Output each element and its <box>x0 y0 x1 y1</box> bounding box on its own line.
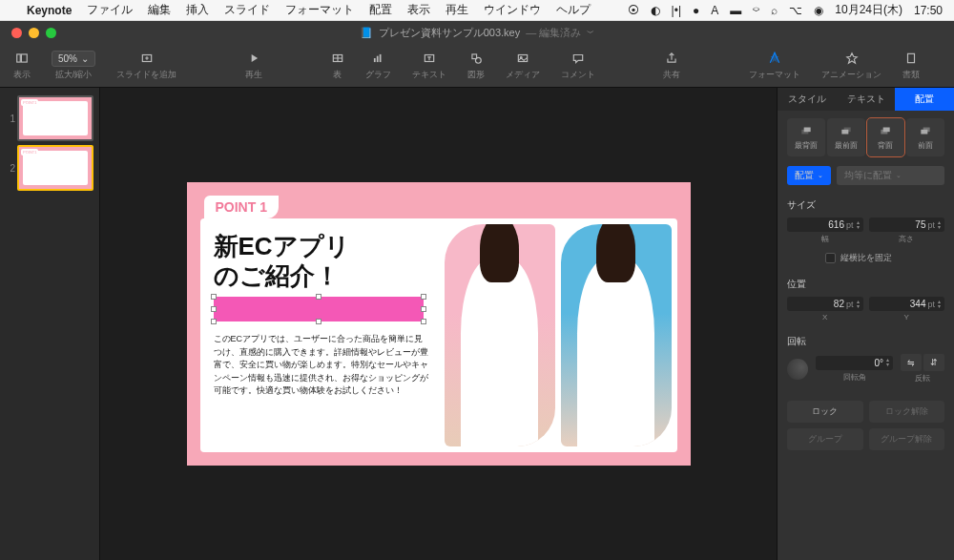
shape-icon <box>469 50 483 67</box>
menu-play[interactable]: 再生 <box>446 2 468 18</box>
slide-body-text[interactable]: このECアプリでは、ユーザーに合った商品を簡単に見つけ、直感的に購入できます。詳… <box>214 333 429 398</box>
slide[interactable]: POINT 1 新ECアプリのご紹介！ このECアプリでは、ユーザーに合った商品… <box>187 182 691 466</box>
inspector-tabs: スタイル テキスト 配置 <box>778 88 954 111</box>
menu-insert[interactable]: 挿入 <box>186 2 209 18</box>
media-button[interactable]: メディア <box>506 50 540 81</box>
plus-icon <box>140 50 154 67</box>
menu-window[interactable]: ウインドウ <box>484 2 541 18</box>
size-label: サイズ <box>787 198 944 212</box>
menu-format[interactable]: フォーマット <box>285 2 354 18</box>
menu-slide[interactable]: スライド <box>224 2 270 18</box>
app-name[interactable]: Keynote <box>27 4 72 17</box>
control-center-icon[interactable]: ⌥ <box>789 4 802 17</box>
send-to-back-button[interactable]: 最背面 <box>787 118 825 156</box>
flip-vertical-button[interactable]: ⇵ <box>923 354 944 371</box>
comment-button[interactable]: コメント <box>561 50 595 81</box>
tab-text[interactable]: テキスト <box>837 88 896 111</box>
menu-edit[interactable]: 編集 <box>148 2 171 18</box>
zoom-select[interactable]: 50%⌄ 拡大/縮小 <box>52 51 95 81</box>
animate-button[interactable]: アニメーション <box>821 50 881 81</box>
wifi-icon[interactable]: ⌔ <box>753 4 759 17</box>
status-icon[interactable]: A <box>711 4 718 17</box>
text-icon <box>423 50 436 67</box>
view-button[interactable]: 表示 <box>13 50 31 81</box>
play-button[interactable]: 再生 <box>245 50 262 81</box>
width-input[interactable]: 616pt▴▾ <box>787 218 863 232</box>
text-button[interactable]: テキスト <box>412 50 446 81</box>
bring-to-front-button[interactable]: 最前面 <box>827 118 865 156</box>
send-backward-button[interactable]: 背面 <box>867 118 905 156</box>
distribute-select[interactable]: 均等に配置⌄ <box>837 166 944 185</box>
slide-thumbnail[interactable]: 1 POINT1 <box>0 93 99 143</box>
svg-rect-12 <box>908 53 915 62</box>
format-button[interactable]: フォーマット <box>749 50 800 81</box>
status-icon[interactable]: ● <box>693 4 699 17</box>
flip-horizontal-button[interactable]: ⇋ <box>901 354 922 371</box>
slide-point-tag[interactable]: POINT 1 <box>204 196 279 218</box>
status-icon[interactable]: ◐ <box>651 4 660 17</box>
titlebar: 📘 プレゼン資料サンプル003.key — 編集済み ﹀ <box>0 21 954 44</box>
unlock-button[interactable]: ロック解除 <box>869 401 945 423</box>
svg-rect-5 <box>377 56 379 62</box>
constrain-proportions-checkbox[interactable]: 縦横比を固定 <box>787 252 944 264</box>
svg-rect-6 <box>380 54 382 62</box>
status-icon[interactable]: ⦿ <box>628 4 639 17</box>
search-icon[interactable]: ⌕ <box>771 4 778 17</box>
window-maximize-button[interactable] <box>46 28 56 38</box>
svg-rect-14 <box>804 128 811 133</box>
menubar-date[interactable]: 10月24日(木) <box>835 2 902 18</box>
rotation-dial[interactable] <box>787 359 808 380</box>
status-icon[interactable]: |•| <box>672 4 681 17</box>
canvas[interactable]: POINT 1 新ECアプリのご紹介！ このECアプリでは、ユーザーに合った商品… <box>100 88 777 560</box>
slide-thumbnail[interactable]: 2 POINT1 <box>0 143 99 193</box>
share-button[interactable]: 共有 <box>663 50 680 81</box>
tab-arrange[interactable]: 配置 <box>895 88 954 111</box>
align-select[interactable]: 配置⌄ <box>787 166 831 185</box>
height-input[interactable]: 75pt▴▾ <box>869 218 945 232</box>
window-minimize-button[interactable] <box>29 28 39 38</box>
stepper-icon[interactable]: ▴▾ <box>857 220 860 230</box>
stepper-icon[interactable]: ▴▾ <box>938 220 941 230</box>
menu-help[interactable]: ヘルプ <box>556 2 591 18</box>
table-button[interactable]: 表 <box>331 50 344 81</box>
window-close-button[interactable] <box>11 28 22 38</box>
chart-button[interactable]: グラフ <box>365 50 391 81</box>
chevron-down-icon: ⌄ <box>896 172 902 179</box>
slide-photo-left[interactable] <box>445 224 555 446</box>
svg-rect-18 <box>883 128 890 133</box>
play-icon <box>247 50 260 67</box>
y-input[interactable]: 344pt▴▾ <box>869 297 945 311</box>
selected-pink-rectangle[interactable] <box>214 297 424 321</box>
media-icon <box>516 50 529 67</box>
stepper-icon[interactable]: ▴▾ <box>938 300 941 309</box>
svg-rect-1 <box>21 54 27 62</box>
slide-photo-right[interactable] <box>561 224 672 446</box>
table-icon <box>331 50 344 67</box>
slide-title[interactable]: 新ECアプリのご紹介！ <box>214 232 429 291</box>
format-icon <box>768 50 781 67</box>
siri-icon[interactable]: ◉ <box>814 4 823 17</box>
chevron-down-icon: ⌄ <box>81 53 89 64</box>
bring-forward-button[interactable]: 前面 <box>906 118 944 156</box>
tab-style[interactable]: スタイル <box>778 88 837 111</box>
title-chevron-icon[interactable]: ﹀ <box>587 28 594 38</box>
document-icon <box>904 50 918 67</box>
menu-arrange[interactable]: 配置 <box>369 2 392 18</box>
lock-button[interactable]: ロック <box>787 401 863 423</box>
menubar-time[interactable]: 17:50 <box>914 4 943 17</box>
x-input[interactable]: 82pt▴▾ <box>787 297 863 311</box>
document-button[interactable]: 書類 <box>902 50 920 81</box>
stepper-icon[interactable]: ▴▾ <box>886 358 889 367</box>
stepper-icon[interactable]: ▴▾ <box>857 300 860 309</box>
menu-view[interactable]: 表示 <box>407 2 430 18</box>
angle-input[interactable]: 0°▴▾ <box>816 356 893 370</box>
rotation-label: 回転 <box>787 335 944 348</box>
document-title[interactable]: プレゼン資料サンプル003.key <box>379 26 521 40</box>
shape-button[interactable]: 図形 <box>467 50 485 81</box>
svg-rect-4 <box>374 58 376 62</box>
battery-icon[interactable]: ▬ <box>730 4 741 17</box>
menu-file[interactable]: ファイル <box>87 2 133 18</box>
ungroup-button[interactable]: グループ解除 <box>869 428 945 450</box>
group-button[interactable]: グループ <box>787 428 863 450</box>
add-slide-button[interactable]: スライドを追加 <box>116 50 176 81</box>
